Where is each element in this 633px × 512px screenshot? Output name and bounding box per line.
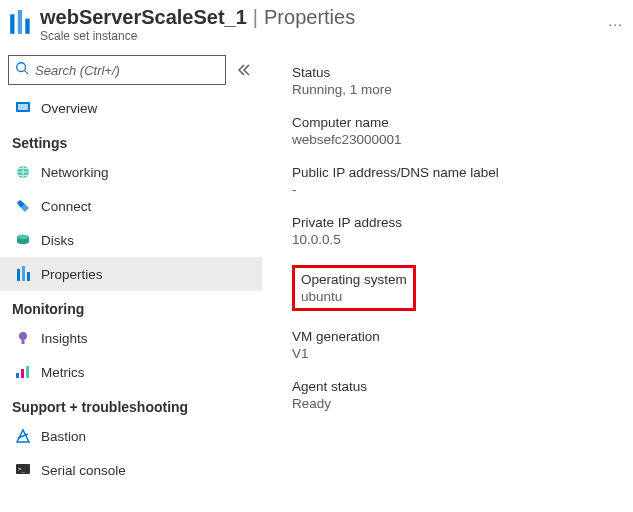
svg-rect-14 <box>22 340 25 344</box>
sidebar-item-serial-console[interactable]: >_ Serial console <box>0 453 262 487</box>
header-titles: webServerScaleSet_1 | Properties Scale s… <box>40 6 596 43</box>
prop-value: V1 <box>292 346 623 361</box>
svg-rect-15 <box>16 373 19 378</box>
scale-set-instance-icon <box>8 10 34 36</box>
disks-icon <box>15 232 31 248</box>
prop-value: 10.0.0.5 <box>292 232 623 247</box>
svg-rect-1 <box>18 10 22 34</box>
overview-icon <box>15 100 31 116</box>
sidebar-item-properties[interactable]: Properties <box>0 257 262 291</box>
svg-rect-6 <box>18 104 28 110</box>
search-icon <box>15 61 35 79</box>
more-actions-button[interactable]: ··· <box>608 16 623 32</box>
sidebar-item-connect[interactable]: Connect <box>0 189 262 223</box>
prop-value: - <box>292 182 623 197</box>
svg-rect-11 <box>22 266 25 281</box>
svg-rect-0 <box>10 14 14 34</box>
sidebar-item-networking[interactable]: Networking <box>0 155 262 189</box>
prop-label: Agent status <box>292 379 623 394</box>
sidebar-item-label: Properties <box>41 267 103 282</box>
prop-private-ip: Private IP address 10.0.0.5 <box>292 215 623 247</box>
resource-name: webServerScaleSet_1 <box>40 6 247 29</box>
prop-value: ubuntu <box>301 289 407 304</box>
search-row <box>8 55 262 85</box>
sidebar-item-label: Disks <box>41 233 74 248</box>
sidebar-item-label: Serial console <box>41 463 126 478</box>
svg-point-9 <box>17 235 29 239</box>
insights-icon <box>15 330 31 346</box>
highlight-box: Operating system ubuntu <box>292 265 416 311</box>
page-title: Properties <box>264 6 355 29</box>
metrics-icon <box>15 364 31 380</box>
sidebar-item-label: Metrics <box>41 365 85 380</box>
sidebar-item-label: Networking <box>41 165 109 180</box>
title-line: webServerScaleSet_1 | Properties <box>40 6 596 29</box>
networking-icon <box>15 164 31 180</box>
prop-computer-name: Computer name websefc23000001 <box>292 115 623 147</box>
svg-rect-16 <box>21 369 24 378</box>
prop-public-ip: Public IP address/DNS name label - <box>292 165 623 197</box>
sidebar-section-support: Support + troubleshooting <box>8 389 262 419</box>
prop-label: Computer name <box>292 115 623 130</box>
sidebar-item-label: Overview <box>41 101 97 116</box>
prop-label: Public IP address/DNS name label <box>292 165 623 180</box>
connect-icon <box>15 198 31 214</box>
prop-label: Status <box>292 65 623 80</box>
bastion-icon <box>15 428 31 444</box>
sidebar-item-insights[interactable]: Insights <box>0 321 262 355</box>
svg-rect-2 <box>25 19 29 34</box>
body: Overview Settings Networking Connect <box>0 51 633 512</box>
prop-vm-generation: VM generation V1 <box>292 329 623 361</box>
sidebar-item-disks[interactable]: Disks <box>0 223 262 257</box>
svg-rect-12 <box>27 272 30 281</box>
page-root: webServerScaleSet_1 | Properties Scale s… <box>0 0 633 512</box>
properties-panel: Status Running, 1 more Computer name web… <box>262 51 633 512</box>
sidebar-item-bastion[interactable]: Bastion <box>0 419 262 453</box>
prop-label: Operating system <box>301 272 407 287</box>
svg-point-13 <box>19 332 27 340</box>
svg-line-4 <box>25 71 29 75</box>
title-separator: | <box>253 6 258 29</box>
sidebar-item-overview[interactable]: Overview <box>0 91 262 125</box>
svg-rect-17 <box>26 366 29 378</box>
resource-subtitle: Scale set instance <box>40 29 596 43</box>
prop-status: Status Running, 1 more <box>292 65 623 97</box>
prop-operating-system: Operating system ubuntu <box>292 265 623 311</box>
page-header: webServerScaleSet_1 | Properties Scale s… <box>0 0 633 51</box>
svg-point-3 <box>17 63 26 72</box>
prop-label: VM generation <box>292 329 623 344</box>
sidebar-item-label: Connect <box>41 199 91 214</box>
prop-value: Running, 1 more <box>292 82 623 97</box>
sidebar-item-label: Insights <box>41 331 88 346</box>
prop-value: Ready <box>292 396 623 411</box>
search-box[interactable] <box>8 55 226 85</box>
prop-value: websefc23000001 <box>292 132 623 147</box>
svg-rect-10 <box>17 269 20 281</box>
svg-text:>_: >_ <box>18 465 26 473</box>
properties-icon <box>15 266 31 282</box>
sidebar: Overview Settings Networking Connect <box>0 51 262 512</box>
sidebar-section-settings: Settings <box>8 125 262 155</box>
sidebar-section-monitoring: Monitoring <box>8 291 262 321</box>
prop-label: Private IP address <box>292 215 623 230</box>
sidebar-item-metrics[interactable]: Metrics <box>0 355 262 389</box>
search-input[interactable] <box>35 63 219 78</box>
sidebar-item-label: Bastion <box>41 429 86 444</box>
prop-agent-status: Agent status Ready <box>292 379 623 411</box>
collapse-sidebar-button[interactable] <box>236 62 252 78</box>
serial-console-icon: >_ <box>15 462 31 478</box>
